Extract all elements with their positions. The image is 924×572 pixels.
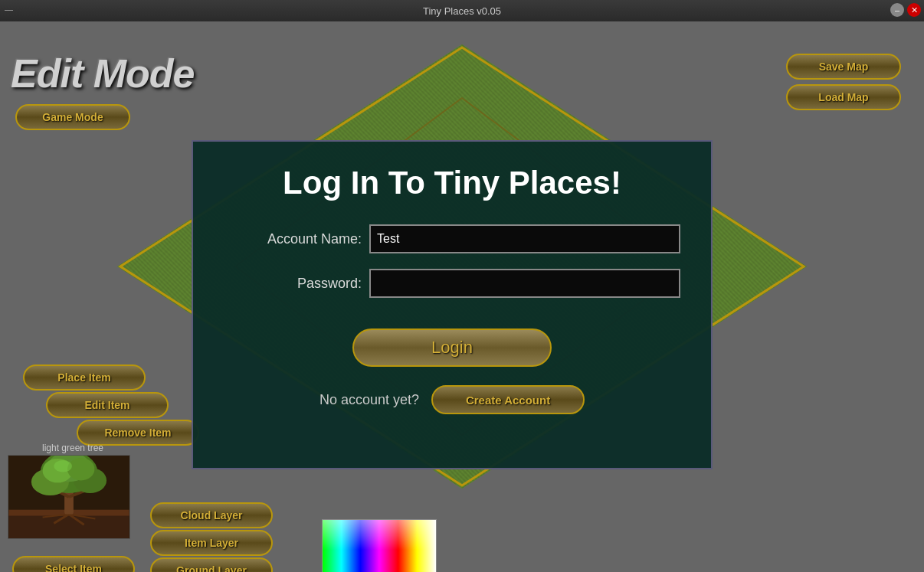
- item-layer-button[interactable]: Item Layer: [150, 530, 273, 556]
- svg-point-17: [67, 458, 94, 480]
- minimize-button[interactable]: –: [890, 3, 904, 17]
- tree-image: [8, 455, 130, 539]
- place-item-button[interactable]: Place Item: [23, 364, 146, 391]
- login-title: Log In To Tiny Places!: [283, 165, 621, 201]
- titlebar: — Tiny Places v0.05 – ✕: [0, 0, 924, 21]
- account-name-input[interactable]: [369, 224, 680, 253]
- edit-item-button[interactable]: Edit Item: [46, 392, 169, 418]
- password-row: Password:: [224, 269, 680, 298]
- tree-svg: [8, 456, 129, 538]
- main-area: Edit Mode Save Map Load Map Game Mode Pl…: [0, 21, 924, 572]
- load-map-button[interactable]: Load Map: [786, 84, 901, 110]
- color-gradient[interactable]: [323, 520, 436, 572]
- no-account-text: No account yet?: [319, 392, 419, 408]
- password-label: Password:: [224, 276, 362, 292]
- remove-item-button[interactable]: Remove Item: [77, 420, 199, 446]
- window-title: Tiny Places v0.05: [423, 5, 501, 17]
- login-button[interactable]: Login: [352, 328, 552, 367]
- tree-label: light green tree: [8, 443, 138, 453]
- close-button[interactable]: ✕: [907, 3, 921, 17]
- menu-icon[interactable]: —: [5, 5, 13, 14]
- svg-rect-2: [8, 512, 129, 538]
- create-account-button[interactable]: Create Account: [431, 385, 585, 414]
- no-account-row: No account yet? Create Account: [319, 385, 585, 414]
- save-map-button[interactable]: Save Map: [786, 54, 901, 80]
- color-picker[interactable]: [322, 519, 437, 572]
- tree-preview: light green tree: [8, 443, 138, 542]
- account-name-label: Account Name:: [224, 231, 362, 247]
- select-item-button[interactable]: Select Item: [12, 556, 135, 572]
- cloud-layer-button[interactable]: Cloud Layer: [150, 502, 273, 528]
- ground-layer-button[interactable]: Ground Layer: [150, 557, 273, 572]
- svg-point-18: [54, 460, 72, 472]
- window-controls: – ✕: [890, 3, 921, 17]
- login-modal: Log In To Tiny Places! Account Name: Pas…: [192, 140, 713, 469]
- edit-mode-title: Edit Mode: [11, 51, 194, 96]
- account-name-row: Account Name:: [224, 224, 680, 253]
- password-input[interactable]: [369, 269, 680, 298]
- game-mode-button[interactable]: Game Mode: [15, 104, 130, 130]
